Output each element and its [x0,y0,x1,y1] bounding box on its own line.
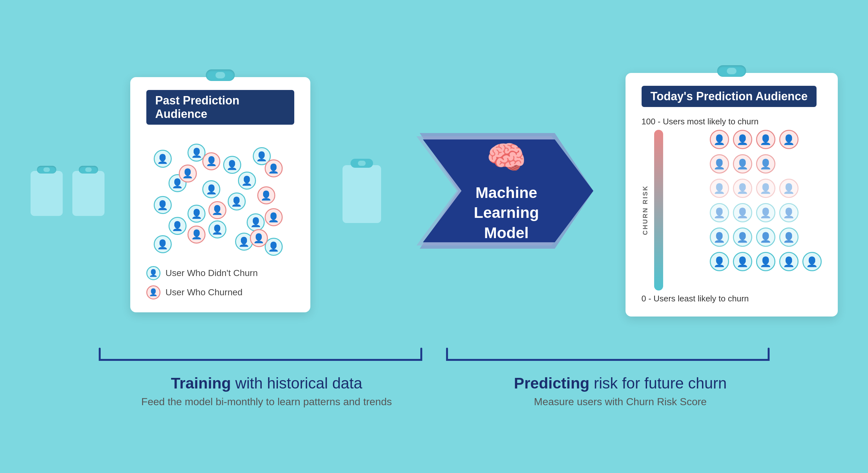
user-icon-teal: 👤 [154,235,172,253]
grid-user-pink: 👤 [733,130,752,149]
user-grid: 👤 👤 👤 👤 👤 👤 👤 👤 [710,130,822,291]
predicting-bold: Predicting [514,375,589,392]
ml-model-content: 🧠 Machine Learning Model [460,138,553,243]
grid-user-teal: 👤 [733,203,752,223]
legend-didnt-churn: 👤 User Who Didn't Churn [146,266,294,280]
scatter-area: 👤 👤 👤 👤 👤 👤 👤 👤 👤 👤 👤 👤 👤 👤 👤 👤 [146,138,294,260]
user-icon-pink: 👤 [179,165,197,182]
grid-user-pink: 👤 [756,154,775,173]
pink-user: 👤 [202,152,220,170]
predicting-main-label: Predicting risk for future churn [514,374,727,392]
conn-clip [350,159,373,168]
past-clipboard: Past Prediction Audience 👤 👤 👤 👤 👤 👤 👤 👤… [130,69,310,312]
grid-user-teal: 👤 [802,252,822,271]
bottom-section: Training with historical data Feed the m… [39,342,829,408]
grid-user-pink: 👤 [756,179,775,198]
grid-user-pink: 👤 [733,154,752,173]
user-row-6: 👤 👤 👤 👤 👤 [710,252,822,271]
teal-user: 👤 [154,196,172,214]
user-icon-teal: 👤 [228,193,246,210]
bracket-svg [81,342,788,368]
small-clipboard-1 [31,166,63,216]
bracket-line [81,342,788,368]
training-rest: with historical data [235,375,362,392]
grid-user-teal: 👤 [710,228,729,247]
today-clip [717,65,746,77]
teal-user: 👤 [202,180,220,198]
grid-user-pink: 👤 [710,130,729,149]
predicting-label-block: Predicting risk for future churn Measure… [514,374,727,408]
clip-small-1 [37,166,56,173]
grid-user-pink: 👤 [733,179,752,198]
training-main-label: Training with historical data [171,374,362,392]
pink-user: 👤 [257,187,275,204]
legend-churned: 👤 User Who Churned [146,285,294,300]
connector-clipboard [342,159,381,223]
top-section: Past Prediction Audience 👤 👤 👤 👤 👤 👤 👤 👤… [39,65,829,316]
small-clipboard-2 [72,166,104,216]
risk-bottom-label: 0 - Users least likely to churn [642,294,822,304]
today-board: Today's Prediction Audience 100 - Users … [625,73,838,316]
teal-user: 👤 [223,156,241,174]
user-icon-pink: 👤 [202,152,220,170]
labels-row: Training with historical data Feed the m… [81,374,788,408]
gradient-bar [654,130,663,291]
user-icon-teal: 👤 [168,217,187,235]
user-icon-pink: 👤 [265,208,283,226]
grid-user-teal: 👤 [710,203,729,223]
pink-user: 👤 [265,159,283,177]
today-clipboard: Today's Prediction Audience 100 - Users … [625,65,838,316]
teal-user: 👤 [238,172,256,190]
user-icon-teal: 👤 [223,156,241,174]
pink-user: 👤 [250,229,268,247]
grid-user-pink: 👤 [779,130,799,149]
grid-user-teal: 👤 [779,252,799,271]
churn-risk-label: CHURN RISK [642,185,649,235]
past-label: Past Prediction Audience [146,90,294,125]
legend: 👤 User Who Didn't Churn 👤 User Who Churn… [146,266,294,300]
user-row-3: 👤 👤 👤 👤 [710,179,822,198]
user-icon-teal: 👤 [187,205,206,223]
grid-user-teal: 👤 [710,252,729,271]
predicting-sub-label: Measure users with Churn Risk Score [534,396,707,408]
user-row-2: 👤 👤 👤 [710,154,822,173]
training-label-block: Training with historical data Feed the m… [141,374,392,408]
legend-label-teal: User Who Didn't Churn [166,268,258,278]
user-icon-teal: 👤 [247,213,265,231]
ml-model-arrow: 🧠 Machine Learning Model [413,114,600,268]
pink-user: 👤 [179,165,197,182]
conn-board [342,165,381,223]
risk-bar-wrap: CHURN RISK [642,130,700,291]
legend-icon-pink: 👤 [146,285,160,300]
pink-user: 👤 [265,208,283,226]
training-sub-label: Feed the model bi-monthly to learn patte… [141,396,392,408]
grid-user-teal: 👤 [733,252,752,271]
teal-user: 👤 [247,213,265,231]
user-row-4: 👤 👤 👤 👤 [710,203,822,223]
brain-icon: 🧠 [460,138,553,176]
teal-user: 👤 [168,217,187,235]
grid-user-teal: 👤 [733,228,752,247]
user-icon-pink: 👤 [208,201,226,219]
risk-top-label: 100 - Users most likely to churn [642,116,822,127]
legend-label-pink: User Who Churned [166,287,243,298]
user-row-5: 👤 👤 👤 👤 [710,228,822,247]
grid-user-teal: 👤 [756,228,775,247]
past-board: Past Prediction Audience 👤 👤 👤 👤 👤 👤 👤 👤… [130,77,310,312]
board-small-2 [72,171,104,216]
grid-user-teal: 👤 [779,203,799,223]
user-icon-teal: 👤 [208,221,226,238]
teal-user: 👤 [154,235,172,253]
user-icon-pink: 👤 [257,187,275,204]
board-small-1 [31,171,63,216]
user-icon-pink: 👤 [187,226,206,243]
pink-user: 👤 [208,201,226,219]
grid-user-pink: 👤 [756,130,775,149]
user-icon-teal: 👤 [154,196,172,214]
grid-user-teal: 👤 [779,228,799,247]
pink-user: 👤 [187,226,206,243]
risk-section: CHURN RISK 👤 👤 👤 👤 👤 [642,130,822,291]
main-container: Past Prediction Audience 👤 👤 👤 👤 👤 👤 👤 👤… [0,0,868,473]
grid-user-pink: 👤 [710,179,729,198]
teal-user: 👤 [208,221,226,238]
